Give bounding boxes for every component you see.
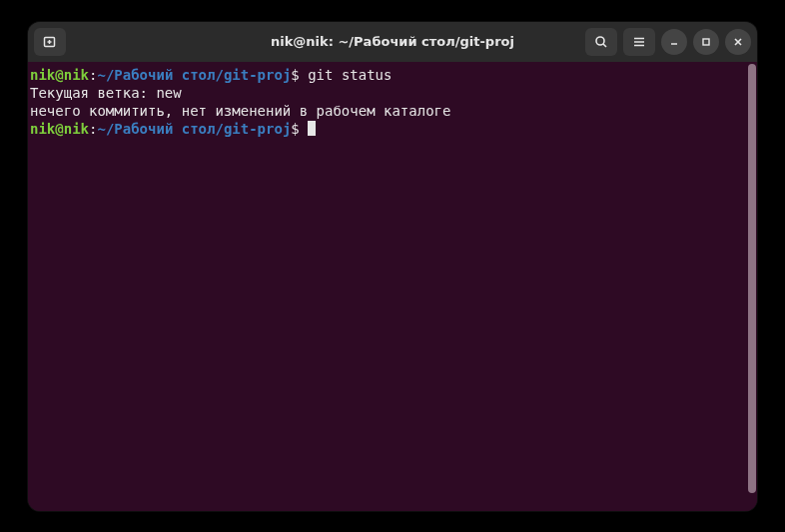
prompt-user: nik@nik (30, 121, 89, 137)
scrollbar-thumb[interactable] (748, 64, 756, 493)
prompt-path: ~/Рабочий стол/git-proj (97, 121, 291, 137)
command-input (300, 121, 308, 137)
svg-rect-9 (703, 39, 709, 45)
prompt-path: ~/Рабочий стол/git-proj (97, 67, 291, 83)
search-icon (594, 35, 608, 49)
terminal-window: nik@nik: ~/Рабочий стол/git-proj (28, 22, 757, 511)
maximize-icon (700, 36, 712, 48)
minimize-icon (668, 36, 680, 48)
maximize-button[interactable] (693, 29, 719, 55)
close-button[interactable] (725, 29, 751, 55)
output-line: Текущая ветка: new (30, 85, 182, 101)
close-icon (732, 36, 744, 48)
scrollbar[interactable] (747, 62, 757, 511)
output-line: нечего коммитить, нет изменений в рабоче… (30, 103, 450, 119)
prompt-symbol: $ (291, 67, 299, 83)
minimize-button[interactable] (661, 29, 687, 55)
new-tab-icon (42, 34, 58, 50)
prompt-user: nik@nik (30, 67, 89, 83)
terminal-content[interactable]: nik@nik:~/Рабочий стол/git-proj$ git sta… (28, 62, 747, 511)
terminal-area: nik@nik:~/Рабочий стол/git-proj$ git sta… (28, 62, 757, 511)
command-text: git status (300, 67, 392, 83)
svg-line-4 (603, 44, 606, 47)
cursor (308, 121, 316, 136)
search-button[interactable] (585, 28, 617, 56)
titlebar: nik@nik: ~/Рабочий стол/git-proj (28, 22, 757, 62)
svg-point-3 (596, 37, 604, 45)
menu-button[interactable] (623, 28, 655, 56)
hamburger-icon (632, 35, 646, 49)
prompt-symbol: $ (291, 121, 299, 137)
new-tab-button[interactable] (34, 28, 66, 56)
